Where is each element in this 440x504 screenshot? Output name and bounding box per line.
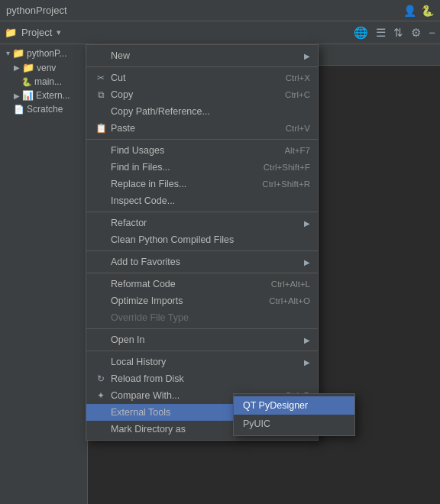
menu-find-usages-label: Find Usages [111,145,269,156]
menu-reformat-label: Reformat Code [111,279,256,289]
title-bar: pythonProject 👤 🐍 [0,0,440,21]
optimize-shortcut: Ctrl+Alt+O [269,296,310,305]
project-folder-icon: 📁 [5,27,17,38]
local-history-arrow-icon: ▶ [304,358,310,367]
menu-optimize[interactable]: Optimize Imports Ctrl+Alt+O [86,292,318,309]
title-bar-text: pythonProject [6,5,67,16]
tree-root[interactable]: ▾ 📁 pythonP... [0,46,87,60]
qt-pydesigner-label: QT PyDesigner [243,400,308,411]
scratch-file-icon: 📄 [14,105,24,115]
menu-qt-pydesigner[interactable]: QT PyDesigner [234,396,354,415]
separator-2 [86,139,318,140]
menu-copy-path-label: Copy Path/Reference... [111,106,310,117]
menu-override-label: Override File Type [111,312,310,323]
reformat-shortcut: Ctrl+Alt+L [271,279,310,289]
menu-copy-label: Copy [111,89,270,100]
toolbar-project-label[interactable]: Project [21,27,52,38]
menu-local-history[interactable]: Local History ▶ [86,354,318,370]
menu-override: Override File Type [86,309,318,326]
menu-open-in-label: Open In [111,334,301,345]
menu-pyuic[interactable]: PyUIC [234,415,354,433]
external-label: Extern... [36,90,70,101]
menu-find-in-files[interactable]: Find in Files... Ctrl+Shift+F [86,159,318,176]
menu-reload[interactable]: ↻ Reload from Disk [86,370,318,387]
menu-paste[interactable]: 📋 Paste Ctrl+V [86,120,318,137]
external-icon: 📊 [22,90,34,101]
menu-new[interactable]: New ▶ [86,47,318,64]
menu-paste-label: Paste [111,123,270,134]
gear-icon[interactable]: ⚙ [411,26,421,40]
menu-replace-in-files[interactable]: Replace in Files... Ctrl+Shift+R [86,176,318,192]
cut-icon: ✂ [94,73,108,83]
menu-cut[interactable]: ✂ Cut Ctrl+X [86,69,318,86]
menu-reload-label: Reload from Disk [111,373,310,384]
menu-new-label: New [111,50,301,61]
list-icon[interactable]: ☰ [376,26,386,40]
refactor-arrow-icon: ▶ [304,219,310,228]
reload-icon: ↻ [94,373,108,384]
menu-find-in-files-label: Find in Files... [111,162,248,173]
menu-clean[interactable]: Clean Python Compiled Files [86,231,318,248]
paste-icon: 📋 [94,123,108,134]
menu-open-in[interactable]: Open In ▶ [86,331,318,348]
tree-scratch[interactable]: 📄 Scratche [0,102,87,116]
root-arrow-icon: ▾ [6,49,10,57]
main-file-icon: 🐍 [21,77,32,87]
context-menu: New ▶ ✂ Cut Ctrl+X ⧉ Copy Ctrl+C Copy Pa… [86,44,319,441]
menu-local-history-label: Local History [111,357,301,367]
separator-7 [86,351,318,351]
tree-main[interactable]: 🐍 main... [0,75,87,89]
minimize-icon[interactable]: − [429,26,435,40]
globe-icon[interactable]: 🌐 [354,26,368,40]
root-folder-icon: 📁 [12,47,24,59]
root-label: pythonP... [27,48,67,59]
separator-1 [86,66,318,67]
replace-in-files-shortcut: Ctrl+Shift+R [262,179,310,189]
menu-inspect-label: Inspect Code... [111,195,310,206]
menu-replace-in-files-label: Replace in Files... [111,179,247,189]
external-tools-submenu: QT PyDesigner PyUIC [233,393,355,436]
sidebar: ▾ 📁 pythonP... ▶ 📁 venv 🐍 main... ▶ 📊 Ex… [0,44,88,504]
menu-refactor[interactable]: Refactor ▶ [86,215,318,231]
menu-optimize-label: Optimize Imports [111,296,254,306]
menu-favorites-label: Add to Favorites [111,257,301,267]
menu-inspect[interactable]: Inspect Code... [86,192,318,209]
venv-folder-icon: 📁 [22,62,34,73]
menu-favorites[interactable]: Add to Favorites ▶ [86,254,318,270]
venv-arrow-icon: ▶ [14,63,20,72]
avatar-icon[interactable]: 👤 [403,5,416,17]
filter-icon[interactable]: ⇅ [393,26,403,40]
menu-copy-path[interactable]: Copy Path/Reference... [86,103,318,120]
separator-6 [86,328,318,329]
paste-shortcut: Ctrl+V [286,124,310,133]
main-label: main... [34,76,62,87]
title-bar-controls: 👤 🐍 [403,5,434,17]
separator-5 [86,273,318,273]
find-in-files-shortcut: Ctrl+Shift+F [264,163,310,172]
scratch-label: Scratche [27,104,63,115]
separator-4 [86,250,318,251]
tree-venv[interactable]: ▶ 📁 venv [0,60,87,75]
new-arrow-icon: ▶ [304,52,310,60]
tree-external[interactable]: ▶ 📊 Extern... [0,89,87,102]
snake-icon[interactable]: 🐍 [421,5,434,17]
menu-reformat[interactable]: Reformat Code Ctrl+Alt+L [86,276,318,292]
pyuic-label: PyUIC [243,418,270,429]
separator-3 [86,212,318,212]
toolbar: 📁 Project ▾ 🌐 ☰ ⇅ ⚙ − [0,21,440,44]
menu-find-usages[interactable]: Find Usages Alt+F7 [86,142,318,159]
copy-shortcut: Ctrl+C [285,90,310,99]
menu-clean-label: Clean Python Compiled Files [111,234,310,245]
copy-icon: ⧉ [94,89,108,100]
project-chevron-icon[interactable]: ▾ [57,27,61,37]
menu-refactor-label: Refactor [111,218,301,228]
external-arrow-icon: ▶ [14,92,20,100]
favorites-arrow-icon: ▶ [304,258,310,267]
menu-cut-label: Cut [111,73,270,83]
compare-icon: ✦ [94,390,108,401]
open-in-arrow-icon: ▶ [304,336,310,344]
menu-copy[interactable]: ⧉ Copy Ctrl+C [86,86,318,103]
venv-label: venv [37,63,56,73]
find-usages-shortcut: Alt+F7 [284,146,310,155]
cut-shortcut: Ctrl+X [286,73,310,82]
